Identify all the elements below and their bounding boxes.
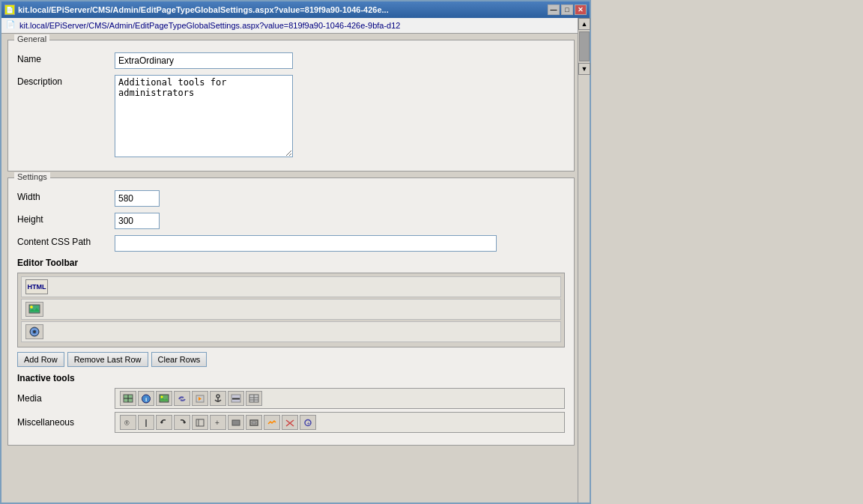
settings-legend: Settings [14, 172, 50, 181]
misc-tool-1[interactable]: ® [120, 415, 136, 430]
toolbar-row-3 [21, 321, 561, 342]
svg-point-2 [30, 306, 33, 309]
media-tool-link[interactable] [174, 391, 190, 406]
misc-tools-container: ® [115, 412, 565, 433]
media-tools-container: i [115, 388, 565, 409]
misc-tool-10[interactable] [282, 415, 298, 430]
misc-tool-11[interactable]: + [300, 415, 316, 430]
description-row: Description Additional tools for adminis… [17, 75, 565, 157]
name-label: Name [17, 52, 115, 64]
address-text: kit.local/EPiServer/CMS/Admin/EditPageTy… [19, 21, 400, 30]
height-row: Height [17, 213, 565, 229]
add-row-button[interactable]: Add Row [17, 352, 64, 367]
toolbar-row-2 [21, 299, 561, 320]
css-path-row: Content CSS Path [17, 235, 565, 252]
toolbar-action-buttons: Add Row Remove Last Row Clear Rows [17, 352, 565, 367]
svg-point-16 [216, 395, 219, 398]
misc-tool-2[interactable] [138, 415, 154, 430]
toolbar-editor: HTML [17, 273, 565, 347]
media-tool-edit[interactable] [120, 391, 136, 406]
html-tool-item[interactable]: HTML [25, 279, 48, 294]
height-label: Height [17, 213, 115, 225]
media-tool-table[interactable] [246, 391, 262, 406]
misc-tool-undo[interactable] [156, 415, 172, 430]
svg-point-4 [33, 330, 36, 333]
css-path-input[interactable] [115, 235, 497, 252]
window-icon: 📄 [4, 4, 15, 15]
css-path-label: Content CSS Path [17, 235, 115, 247]
svg-rect-28 [196, 419, 204, 426]
window-title: kit.local/EPiServer/CMS/Admin/EditPageTy… [18, 5, 389, 14]
name-input[interactable] [115, 52, 293, 69]
inactive-tools-heading: Inactive tools [17, 373, 565, 383]
scrollbar[interactable]: ▲ ▼ [578, 18, 590, 503]
svg-text:+: + [215, 419, 219, 427]
misc-tool-8[interactable] [246, 415, 262, 430]
media-tool-flash[interactable] [192, 391, 208, 406]
height-input[interactable] [115, 213, 160, 229]
svg-text:i: i [145, 396, 147, 403]
scrollbar-up-button[interactable]: ▲ [578, 18, 590, 30]
media-tool-item[interactable] [25, 324, 43, 339]
misc-row: Miscellaneous ® [17, 412, 565, 433]
name-row: Name [17, 52, 565, 69]
svg-text:+: + [307, 419, 311, 426]
maximize-button[interactable]: □ [561, 4, 573, 15]
address-bar: 📄 kit.local/EPiServer/CMS/Admin/EditPage… [1, 18, 590, 34]
page-icon: 📄 [6, 20, 16, 31]
scrollbar-thumb[interactable] [579, 31, 590, 61]
general-legend: General [14, 34, 49, 43]
svg-text:®: ® [124, 419, 130, 427]
window-controls: — □ ✕ [548, 4, 587, 15]
settings-section: Settings Width Height Content CSS Path E… [7, 177, 575, 446]
media-row: Media i [17, 388, 565, 409]
toolbar-row-1: HTML [21, 276, 561, 297]
editor-toolbar-heading: Editor Toolbar [17, 258, 565, 268]
media-tool-anchor[interactable] [210, 391, 226, 406]
svg-rect-25 [145, 419, 147, 427]
media-tool-picture[interactable] [156, 391, 172, 406]
width-row: Width [17, 190, 565, 207]
main-window: 📄 kit.local/EPiServer/CMS/Admin/EditPage… [0, 0, 591, 504]
svg-point-13 [161, 395, 163, 398]
scrollbar-down-button[interactable]: ▼ [578, 63, 590, 75]
media-label: Media [17, 393, 115, 404]
misc-tool-redo[interactable] [174, 415, 190, 430]
clear-rows-button[interactable]: Clear Rows [151, 352, 208, 367]
media-tool-info[interactable]: i [138, 391, 154, 406]
media-tool-hline[interactable] [228, 391, 244, 406]
misc-tool-6[interactable]: + [210, 415, 226, 430]
inactive-tools-section: Inactive tools Media i [17, 373, 565, 433]
title-bar: 📄 kit.local/EPiServer/CMS/Admin/EditPage… [1, 1, 590, 18]
svg-rect-11 [160, 395, 169, 402]
misc-tool-5[interactable] [192, 415, 208, 430]
description-label: Description [17, 75, 115, 87]
remove-last-row-button[interactable]: Remove Last Row [67, 352, 148, 367]
description-textarea[interactable]: Additional tools for administrators [115, 75, 293, 157]
misc-tool-7[interactable] [228, 415, 244, 430]
width-label: Width [17, 190, 115, 202]
close-button[interactable]: ✕ [575, 4, 587, 15]
content-area: General Name Description Additional tool… [1, 34, 590, 500]
image-tool-item[interactable] [25, 302, 43, 317]
misc-label: Miscellaneous [17, 417, 115, 428]
width-input[interactable] [115, 190, 160, 207]
svg-rect-31 [232, 420, 240, 425]
general-section: General Name Description Additional tool… [7, 40, 575, 171]
misc-tool-9[interactable] [264, 415, 280, 430]
svg-rect-33 [252, 422, 256, 424]
minimize-button[interactable]: — [548, 4, 560, 15]
